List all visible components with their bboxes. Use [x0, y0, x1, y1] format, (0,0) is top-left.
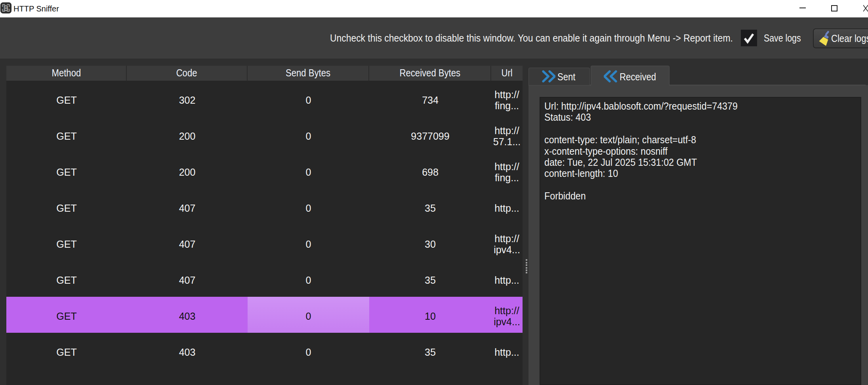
svg-text:B: B — [4, 4, 9, 12]
